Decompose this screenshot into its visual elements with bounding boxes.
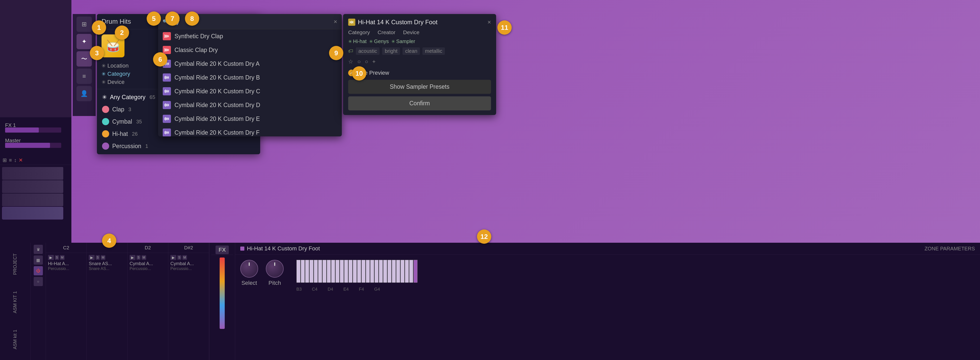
note-ds2: D#2 — [169, 243, 209, 253]
show-sampler-presets-btn[interactable]: Show Sampler Presets — [348, 80, 491, 94]
callout-5: 5 — [147, 11, 161, 26]
svg-rect-38 — [166, 118, 167, 120]
m-btn-2[interactable]: M — [101, 255, 105, 260]
result-item[interactable]: Cymbal Ride 20 K Custom Dry F — [158, 126, 342, 136]
action-plus[interactable]: + — [372, 59, 376, 65]
tab-category[interactable]: Category — [348, 29, 370, 35]
track-sub-1: Percussio... — [48, 266, 84, 271]
play-btn-2[interactable]: ▶ — [89, 255, 95, 260]
svg-rect-47 — [169, 131, 169, 134]
track-sub-4: Percussio... — [170, 266, 207, 271]
piano-note-labels: B3 C4 D4 E4 F4 G4 — [296, 285, 975, 292]
power-icon-btn[interactable]: ⏻ — [34, 266, 43, 275]
svg-rect-98 — [351, 21, 352, 24]
track-name-2: Snare AS... — [89, 261, 125, 266]
tag-genys[interactable]: ✳ Genys — [369, 38, 389, 44]
svg-rect-7 — [165, 49, 166, 51]
list-icon-btn[interactable]: ≡ — [76, 68, 92, 84]
result-item[interactable]: Synthetic Dry Clap — [158, 29, 342, 43]
svg-rect-0 — [164, 35, 165, 38]
piano-keyboard[interactable] — [296, 260, 975, 285]
callout-9: 9 — [329, 46, 343, 60]
callout-10: 10 — [352, 66, 366, 81]
result-item[interactable]: Cymbal Ride 20 K Custom Dry E — [158, 112, 342, 126]
action-circle2[interactable]: ○ — [365, 59, 368, 65]
svg-rect-25 — [165, 89, 166, 93]
word-tag-bright[interactable]: bright — [382, 48, 400, 55]
callout-1: 1 — [92, 21, 106, 35]
result-item[interactable]: Cymbal Ride 20 K Custom Dry B — [158, 71, 342, 84]
result-type-icon — [163, 46, 171, 54]
action-star[interactable]: ☆ — [348, 59, 353, 65]
s-btn-4[interactable]: S — [177, 255, 181, 260]
m-btn-3[interactable]: M — [142, 255, 146, 260]
crown-icon-btn[interactable]: ♛ — [34, 245, 43, 254]
track-controls-4: ▶ S M — [170, 255, 207, 260]
select-knob[interactable] — [240, 260, 258, 278]
fx-area: FX — [209, 243, 235, 360]
zone-params-label: ZONE PARAMETERS — [925, 246, 975, 252]
confirm-btn[interactable]: Confirm — [348, 97, 491, 110]
result-type-icon — [163, 73, 171, 82]
hihat-dot — [102, 130, 109, 137]
result-item[interactable]: Classic Clap Dry ★● — [158, 43, 342, 57]
play-btn-1[interactable]: ▶ — [48, 255, 54, 260]
detail-close-btn[interactable]: × — [487, 19, 491, 26]
result-name: Cymbal Ride 20 K Custom Dry E — [175, 116, 260, 122]
piano-area: B3 C4 D4 E4 F4 G4 — [291, 260, 975, 292]
svg-rect-4 — [168, 35, 168, 38]
star-icon-btn[interactable]: ✦ — [76, 34, 92, 49]
tab-device[interactable]: Device — [403, 29, 419, 35]
result-item[interactable]: Cymbal Ride 20 K Custom Dry D — [158, 98, 342, 112]
avatar-icon-btn[interactable]: 👤 — [76, 86, 92, 101]
result-item[interactable]: Cymbal Ride 20 K Custom Dry A — [158, 57, 342, 71]
pitch-knob[interactable] — [266, 260, 284, 278]
side-label-asmkit: ASM KIT 1 — [13, 291, 18, 313]
svg-rect-2 — [166, 35, 167, 38]
tab-creator[interactable]: Creator — [377, 29, 395, 35]
track-name-3: Cymbal A... — [130, 261, 166, 266]
result-type-icon — [163, 101, 171, 109]
svg-rect-27 — [167, 90, 167, 93]
grid-icon-btn[interactable]: ⊞ — [76, 17, 92, 32]
svg-rect-32 — [166, 104, 167, 106]
bars-icon-btn[interactable]: ▦ — [34, 255, 43, 265]
result-name: Cymbal Ride 20 K Custom Dry D — [175, 102, 260, 109]
search-close-btn[interactable]: × — [334, 18, 337, 25]
svg-rect-40 — [168, 118, 168, 120]
svg-rect-1 — [165, 35, 166, 38]
svg-rect-22 — [168, 77, 168, 78]
fx-header: FX — [212, 245, 233, 255]
svg-rect-30 — [164, 104, 165, 106]
note-e4: E4 — [343, 287, 349, 292]
tag-hihat[interactable]: ✳ Hi-hat — [348, 38, 366, 44]
track-name-4: Cymbal A... — [170, 261, 207, 266]
s-btn-2[interactable]: S — [95, 255, 100, 260]
svg-rect-31 — [165, 103, 166, 107]
svg-rect-15 — [167, 62, 167, 65]
result-item[interactable]: Cymbal Ride 20 K Custom Dry C — [158, 84, 342, 98]
circle-icon-btn[interactable]: ○ — [34, 277, 43, 286]
s-btn-3[interactable]: S — [137, 255, 140, 260]
m-btn-1[interactable]: M — [60, 255, 65, 260]
track-col-1: C2 ▶ S M Hi-Hat A... Percussio... — [46, 243, 87, 360]
play-btn-4[interactable]: ▶ — [170, 255, 176, 260]
waveform-icon-btn[interactable]: 〜 — [76, 51, 92, 67]
result-name: Cymbal Ride 20 K Custom Dry B — [175, 74, 260, 81]
svg-rect-97 — [350, 21, 351, 23]
word-tag-clean[interactable]: clean — [402, 48, 420, 55]
bottom-strip: PROJECT ASM KIT 1 ASM kit 1 ♛ ▦ ⏻ ○ C2 ▶… — [0, 243, 980, 360]
m-btn-4[interactable]: M — [182, 255, 187, 260]
action-circle1[interactable]: ○ — [357, 59, 361, 65]
word-tag-metallic[interactable]: metallic — [422, 48, 445, 55]
word-tag-acoustic[interactable]: acoustic — [356, 48, 380, 55]
category-percussion[interactable]: Percussion 1 — [97, 140, 260, 152]
s-btn-1[interactable]: S — [55, 255, 59, 260]
callout-6: 6 — [153, 52, 167, 67]
detail-tags-row: ✳ Hi-hat ✳ Genys ✳ Sampler — [348, 38, 491, 44]
note-d2: D2 — [127, 243, 169, 253]
result-type-icon — [163, 115, 171, 123]
svg-rect-43 — [165, 131, 166, 134]
play-btn-3[interactable]: ▶ — [130, 255, 135, 260]
tag-sampler[interactable]: ✳ Sampler — [391, 38, 415, 44]
